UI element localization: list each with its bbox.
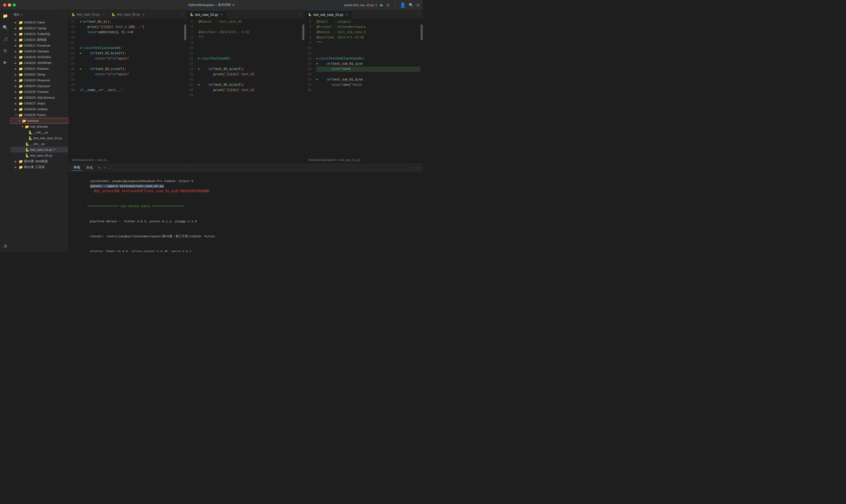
sidebar-item-case28[interactable]: ▶ 📁 CASE28: Unittest [11, 106, 68, 112]
run-button[interactable]: ▶ [317, 61, 318, 67]
terminal-close-icon[interactable]: — [417, 166, 420, 170]
scrollbar-2[interactable] [302, 19, 305, 157]
sidebar-item-case18[interactable]: ▶ 📁 CASE18: Operator [11, 49, 68, 54]
sidebar-item-case51[interactable]: ▶ 📁 第51课: 工具类 [11, 164, 68, 170]
sidebar-item-case13[interactable]: ▶ 📁 CASE13: Faker [11, 19, 68, 25]
user-icon[interactable]: 👤 [400, 2, 406, 8]
code-line [198, 61, 302, 67]
code-line: assert "a" in "apple" [80, 72, 184, 77]
run-button[interactable]: ▶ [198, 56, 200, 61]
sidebar-item-case25[interactable]: ▶ 📁 CASE25: Pydantic [11, 89, 68, 95]
run-button[interactable]: ▶ [80, 51, 82, 56]
chevron-right-icon: ▶ [15, 160, 18, 163]
run-button[interactable]: ▶ [317, 56, 318, 61]
sidebar-item-case22[interactable]: ▶ 📁 CASE22: String [11, 72, 68, 77]
sidebar-item-case26[interactable]: ▶ 📁 CASE26: SQLAlchemy [11, 95, 68, 101]
remote-icon[interactable]: 🖥 [2, 242, 9, 250]
sidebar-item-case19[interactable]: ▶ 📁 CASE19: XmlToDict [11, 54, 68, 60]
code-line [317, 72, 420, 77]
tab-menu-icon[interactable]: ⋯ [416, 13, 423, 16]
activity-bar: 📁 🔍 ⎇ ⊞ ▶ 🖥 [0, 10, 11, 252]
chevron-right-icon: ▶ [15, 27, 18, 30]
tab-menu-icon[interactable]: ⋯ [297, 13, 305, 16]
sidebar-item-label: CASE23: Requests [24, 79, 50, 82]
tab-test-case-01[interactable]: 🐍 test_case_01.py ✓ [68, 10, 108, 19]
sidebar-item-case21[interactable]: ▶ 📁 CASE21: Random [11, 66, 68, 72]
tab-test-case-02-active[interactable]: 🐍 test_case_02.py ✕ [187, 10, 227, 19]
explorer-icon[interactable]: 📁 [2, 12, 9, 19]
code-line: print("正在执行 test_a 函数...") [80, 24, 184, 30]
code-content-3[interactable]: 5 6 7 8 9 10 11 12 13 14 15 16 1 [305, 19, 423, 157]
run-button[interactable]: ▶ [198, 82, 200, 88]
sidebar-item-case17[interactable]: ▶ 📁 CASE17: Functools [11, 42, 68, 49]
sidebar-item-test-case-02[interactable]: ▶ 🐍 test_case_02.py [11, 152, 68, 158]
gear-icon[interactable]: ⚙ [416, 3, 420, 7]
tab-close-icon[interactable]: ✓ [101, 13, 105, 16]
sidebar-item-test-case-01[interactable]: ▶ 🐍 test_case_01.py ✗ [11, 147, 68, 152]
tab-close-icon[interactable]: ✕ [142, 13, 145, 16]
close-button[interactable] [3, 3, 6, 6]
sidebar-item-case27[interactable]: ▶ 📁 CASE27: Jinja2 [11, 101, 68, 106]
sidebar-item-case29[interactable]: ▼ 📂 CASE29: Pytest [11, 112, 68, 118]
code-content-1[interactable]: 17 18 19 20 21 22 23 24 25 26 27 28 [68, 19, 186, 157]
sidebar-item-case15[interactable]: ▶ 📁 CASE15: PyMySQL [11, 31, 68, 37]
sidebar-item-init2[interactable]: ▶ 🐍 __init__.py [11, 141, 68, 147]
run-button[interactable]: ▶ [80, 67, 82, 72]
sidebar-header: 项目 ∨ ⋯ [11, 10, 68, 19]
file-icon: 🐍 [25, 154, 29, 158]
maximize-button[interactable] [13, 3, 16, 6]
sidebar-item-case50[interactable]: ▶ 📁 第50课: Web框架 [11, 158, 68, 164]
sidebar-item-case20[interactable]: ▶ 📁 CASE20: JSONPath [11, 60, 68, 66]
sidebar-item-test-sub-case[interactable]: ▶ 🐍 test_sub_case_01.py [11, 135, 68, 141]
scrollbar-thumb[interactable] [421, 24, 423, 40]
sidebar-more-icon[interactable]: ⋯ [62, 13, 65, 16]
add-icon[interactable]: + [104, 166, 106, 170]
code-line [317, 51, 420, 56]
sidebar-item-label: test_sub_case_01.py [33, 137, 62, 140]
minimize-button[interactable] [8, 3, 11, 6]
terminal-content[interactable]: (python385) yangkai@yangkaideMacBook-Pro… [68, 173, 423, 252]
code-line: ▶ def test_02_a(self): [198, 67, 302, 72]
run-icon[interactable]: ▶ [380, 3, 383, 7]
run-button[interactable]: ▶ [80, 46, 82, 51]
run-button[interactable]: ▶ [80, 19, 82, 24]
terminal-tab-local[interactable]: 本地 [84, 165, 95, 170]
git-icon[interactable]: ⎇ [2, 35, 9, 42]
sidebar-item-case24[interactable]: ▶ 📁 CASE24: Openpyxl [11, 83, 68, 89]
search-icon[interactable]: 🔍 [409, 3, 413, 7]
code-content-2[interactable]: 5 6 7 8 9 10 11 12 13 14 15 16 1 [187, 19, 305, 157]
sidebar-item-case23[interactable]: ▶ 📁 CASE23: Requests [11, 77, 68, 83]
chevron-right-icon: ▶ [15, 108, 18, 111]
more-icon[interactable]: ⋮ [393, 3, 397, 7]
version-control[interactable]: 版本控制 [218, 3, 231, 7]
terminal-tab-terminal[interactable]: 终端 [72, 165, 82, 171]
sidebar-item-sub-testcase[interactable]: ▼ 📂 sub_testcase [11, 124, 68, 129]
sidebar-item-testcase[interactable]: ▼ 📂 testcase [11, 118, 68, 124]
tab-test-sub-case[interactable]: 🐍 test_sub_case_01.py ✕ [305, 10, 352, 19]
run-button[interactable]: ▶ [317, 77, 318, 82]
extensions-icon[interactable]: ⊞ [2, 47, 9, 54]
sidebar-item-init1[interactable]: ▶ 🐍 __init__.py [11, 129, 68, 135]
run-debug-icon[interactable]: ▶ [2, 58, 9, 66]
more-icon[interactable]: ⌄ [109, 166, 111, 170]
tab-close-icon[interactable]: ✕ [220, 13, 223, 17]
tab-test-case-02[interactable]: 🐍 test_case_02.py ✕ [108, 10, 148, 19]
scrollbar-3[interactable] [420, 19, 423, 157]
sidebar-item-case16[interactable]: ▶ 📁 CASE16: 装饰器 [11, 37, 68, 42]
close-icon[interactable]: ✕ [98, 166, 101, 170]
tab-menu-icon[interactable]: ⋯ [179, 13, 186, 16]
scrollbar-thumb[interactable] [184, 24, 186, 40]
sidebar-item-case14[interactable]: ▶ 📁 CASE14: Typing [11, 25, 68, 31]
folder-open-icon: 📂 [22, 119, 26, 123]
scrollbar-thumb[interactable] [302, 24, 304, 40]
terminal-more-icon[interactable]: ⋯ [411, 166, 415, 170]
search-activity-icon[interactable]: 🔍 [2, 24, 9, 31]
tab-close-icon[interactable]: ✕ [345, 13, 348, 17]
scrollbar-1[interactable] [184, 19, 186, 157]
folder-icon: 📁 [19, 102, 23, 106]
python-file-icon: 🐍 [190, 13, 194, 16]
code-line [198, 51, 302, 56]
settings-icon[interactable]: ⚙ [386, 3, 390, 7]
run-button[interactable]: ▶ [198, 67, 200, 72]
breadcrumb-text: TestClassCase01 > test_01_... [72, 158, 111, 162]
